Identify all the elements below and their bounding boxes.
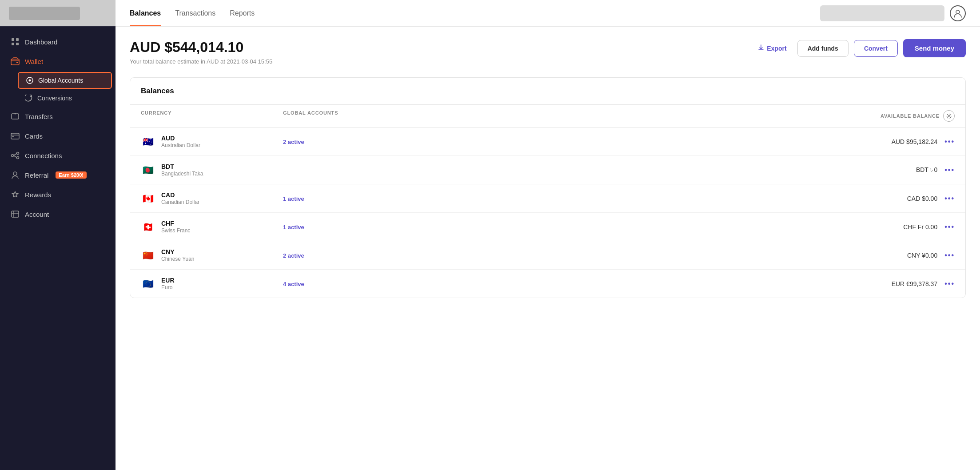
export-icon — [758, 44, 764, 52]
sidebar-item-connections[interactable]: Connections — [0, 146, 116, 165]
balance-cell: CHF Fr 0.00 ••• — [619, 223, 955, 231]
currency-name: Bangladeshi Taka — [161, 171, 203, 177]
currency-cell: 🇨🇭 CHF Swiss Franc — [141, 220, 283, 234]
sidebar-item-dashboard[interactable]: Dashboard — [0, 32, 116, 52]
balances-table-body: 🇦🇺 AUD Australian Dollar 2 active AUD $9… — [130, 127, 965, 298]
balance-subtitle: Your total balance estimate in AUD at 20… — [130, 58, 272, 65]
sidebar-item-conversions[interactable]: Conversions — [0, 90, 116, 107]
send-money-button[interactable]: Send money — [903, 39, 966, 57]
page-header: Balances Transactions Reports — [116, 0, 980, 27]
column-settings-button[interactable] — [943, 110, 955, 122]
search-bar[interactable] — [820, 5, 944, 21]
table-row: 🇧🇩 BDT Bangladeshi Taka BDT ৳ 0 ••• — [130, 156, 965, 184]
active-accounts-link[interactable]: 4 active — [283, 281, 304, 287]
convert-button[interactable]: Convert — [854, 40, 898, 57]
table-row: 🇦🇺 AUD Australian Dollar 2 active AUD $9… — [130, 127, 965, 156]
wallet-icon — [11, 57, 20, 66]
svg-rect-16 — [12, 211, 19, 217]
row-menu-button[interactable]: ••• — [944, 166, 955, 174]
col-currency: CURRENCY — [141, 110, 283, 122]
balance-cell: CAD $0.00 ••• — [619, 195, 955, 203]
row-menu-button[interactable]: ••• — [944, 251, 955, 259]
balance-value: CAD $0.00 — [907, 195, 937, 202]
currency-flag: 🇪🇺 — [141, 279, 155, 289]
row-menu-button[interactable]: ••• — [944, 138, 955, 146]
currency-cell: 🇪🇺 EUR Euro — [141, 277, 283, 291]
col-global-accounts: GLOBAL ACCOUNTS — [283, 110, 619, 122]
sidebar-item-account[interactable]: Account — [0, 204, 116, 224]
svg-rect-1 — [16, 38, 19, 41]
user-avatar[interactable] — [950, 5, 966, 21]
svg-point-20 — [948, 115, 950, 117]
currency-flag: 🇧🇩 — [141, 165, 155, 175]
global-accounts-cell: 4 active — [283, 280, 619, 288]
balance-value: AUD $95,182.24 — [892, 138, 938, 145]
row-menu-button[interactable]: ••• — [944, 280, 955, 288]
svg-rect-8 — [12, 114, 19, 119]
currency-flag: 🇨🇳 — [141, 250, 155, 261]
col-available-balance: AVAILABLE BALANCE — [619, 110, 955, 122]
balance-value: CHF Fr 0.00 — [903, 223, 937, 231]
currency-name: Swiss Franc — [161, 227, 190, 234]
referral-icon — [11, 171, 20, 179]
currency-code: CHF — [161, 220, 190, 227]
sidebar: Dashboard Wallet Global Accounts Convers… — [0, 0, 116, 470]
export-button[interactable]: Export — [753, 41, 792, 56]
cards-icon — [11, 131, 20, 140]
transfers-label: Transfers — [25, 113, 53, 120]
active-accounts-link[interactable]: 1 active — [283, 224, 304, 231]
connections-label: Connections — [25, 152, 62, 159]
main-content: Balances Transactions Reports AUD $544,0… — [116, 0, 980, 470]
sidebar-item-global-accounts[interactable]: Global Accounts — [18, 72, 112, 89]
currency-code: CNY — [161, 248, 195, 255]
balance-info: AUD $544,014.10 Your total balance estim… — [130, 39, 272, 65]
svg-point-7 — [29, 80, 31, 82]
currency-name: Australian Dollar — [161, 142, 200, 148]
currency-cell: 🇧🇩 BDT Bangladeshi Taka — [141, 163, 283, 177]
rewards-icon — [11, 190, 20, 199]
currency-code: AUD — [161, 135, 200, 142]
currency-code: BDT — [161, 163, 203, 170]
account-icon — [11, 210, 20, 219]
active-accounts-link[interactable]: 2 active — [283, 252, 304, 259]
dashboard-icon — [11, 37, 20, 46]
active-accounts-link[interactable]: 2 active — [283, 139, 304, 145]
tab-balances[interactable]: Balances — [130, 0, 161, 26]
currency-cell: 🇨🇳 CNY Chinese Yuan — [141, 248, 283, 262]
sidebar-logo — [0, 0, 116, 27]
sidebar-item-cards[interactable]: Cards — [0, 126, 116, 146]
dashboard-label: Dashboard — [25, 38, 57, 46]
sidebar-item-wallet[interactable]: Wallet — [0, 52, 116, 71]
account-label: Account — [25, 211, 49, 218]
tab-transactions[interactable]: Transactions — [175, 0, 215, 26]
sidebar-navigation: Dashboard Wallet Global Accounts Convers… — [0, 27, 116, 470]
balance-overview: AUD $544,014.10 Your total balance estim… — [130, 39, 966, 65]
balance-cell: CNY ¥0.00 ••• — [619, 251, 955, 259]
balance-actions: Export Add funds Convert Send money — [753, 39, 966, 57]
row-menu-button[interactable]: ••• — [944, 223, 955, 231]
currency-name: Canadian Dollar — [161, 199, 199, 205]
table-row: 🇨🇦 CAD Canadian Dollar 1 active CAD $0.0… — [130, 184, 965, 213]
table-row: 🇪🇺 EUR Euro 4 active EUR €99,378.37 ••• — [130, 270, 965, 298]
add-funds-button[interactable]: Add funds — [797, 40, 849, 57]
svg-point-13 — [17, 152, 19, 155]
sidebar-item-referral[interactable]: Referral Earn $200! — [0, 165, 116, 185]
tab-reports[interactable]: Reports — [230, 0, 255, 26]
currency-flag: 🇨🇦 — [141, 193, 155, 204]
referral-label: Referral — [25, 171, 48, 179]
svg-point-12 — [12, 155, 14, 157]
balances-card-title: Balances — [130, 78, 965, 105]
active-accounts-link[interactable]: 1 active — [283, 195, 304, 202]
sidebar-item-rewards[interactable]: Rewards — [0, 185, 116, 204]
svg-point-15 — [13, 172, 17, 175]
table-row: 🇨🇳 CNY Chinese Yuan 2 active CNY ¥0.00 •… — [130, 241, 965, 270]
currency-name: Chinese Yuan — [161, 256, 195, 262]
row-menu-button[interactable]: ••• — [944, 195, 955, 203]
global-accounts-cell: 1 active — [283, 195, 619, 203]
referral-badge: Earn $200! — [56, 171, 87, 179]
table-row: 🇨🇭 CHF Swiss Franc 1 active CHF Fr 0.00 … — [130, 213, 965, 241]
balance-value: CNY ¥0.00 — [907, 252, 937, 259]
svg-rect-5 — [16, 62, 18, 63]
currency-code: CAD — [161, 191, 199, 199]
sidebar-item-transfers[interactable]: Transfers — [0, 107, 116, 126]
